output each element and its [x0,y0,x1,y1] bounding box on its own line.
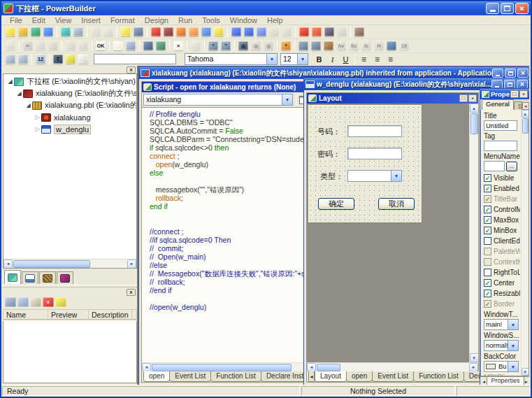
close-pane-button[interactable]: × [519,90,528,98]
chevron-down-icon[interactable]: ▼ [508,341,518,350]
tab-scroll[interactable]: Scro [514,101,522,110]
restore-button[interactable] [501,3,514,14]
comment-selection-button[interactable]: “ [207,40,220,52]
border-style-button[interactable] [64,53,77,65]
tree-item-application-object[interactable]: ▷xialakuang [3,111,136,123]
checkbox-minbox[interactable]: ✓MinBox [484,225,520,236]
find-text-button[interactable]: ◎ [237,40,250,52]
database-painter-button[interactable] [162,26,175,38]
align-center-button[interactable]: ≡ [371,54,384,65]
bring-to-front-button[interactable] [4,53,17,65]
menu-design[interactable]: Design [140,16,173,24]
card-view-button[interactable] [385,40,398,52]
checkbox-enabled[interactable]: ✓Enabled [484,183,520,194]
checkbox-controlm[interactable]: ✓ControlM [484,204,520,215]
text-properties-button[interactable]: T [52,53,64,65]
bold-button[interactable]: B [312,54,326,65]
checkbox-visible[interactable]: ✓Visible [484,173,520,183]
tab-scroll-left-icon[interactable]: ◄ [522,102,529,110]
chevron-down-icon[interactable]: ▼ [297,54,308,64]
find-object-button[interactable] [154,40,167,52]
chevron-down-icon[interactable]: ▼ [266,54,277,64]
rename-clip-icon[interactable] [30,297,41,307]
text-value-input[interactable] [94,54,176,64]
report-painter-button[interactable] [243,26,255,38]
datawindow-painter-button[interactable] [230,26,243,38]
debug-button[interactable] [298,26,310,38]
scroll-up-icon[interactable]: ▲ [522,110,529,118]
layout-canvas[interactable]: 号码：密码：类型：▼确定取消 ▲ ▼ [307,104,478,362]
properties-sheet-button[interactable] [124,40,137,52]
tab-general[interactable]: General [482,99,514,110]
new-document-button[interactable] [112,40,124,52]
font-name-combo[interactable]: Tahoma ▼ [185,53,278,65]
tree-item-target[interactable]: ◢xialakuang (E:\xiaolin的文件\shiyan) [3,87,136,99]
checkbox-center[interactable]: ✓Center [484,278,520,288]
tag-input[interactable] [484,141,517,151]
delete-clip-icon[interactable]: × [43,297,54,307]
property-dropdown[interactable]: main!▼ [484,319,519,330]
close-button[interactable]: × [515,3,529,14]
scroll-thumb[interactable] [13,260,90,268]
tree-item-pbl[interactable]: ◢xialakuang.pbl (E:\xiaolin的文件 [3,99,136,111]
tab-order-button[interactable]: 12 [34,53,47,65]
clip-column-name[interactable]: Name [3,310,48,319]
menu-edit[interactable]: Edit [27,16,50,24]
collapse-icon[interactable]: ◢ [6,78,14,85]
design-form[interactable]: 号码：密码：类型：▼确定取消 [308,104,422,223]
tab-workspace-view[interactable] [4,270,21,284]
exit-button[interactable] [353,26,366,38]
tab-scroll-left-icon[interactable]: ◄ [481,377,487,385]
close-clip-panel-button[interactable]: x [127,289,136,296]
maximize-button[interactable] [505,69,516,78]
connect-database-button[interactable] [322,40,335,52]
form-dropdown[interactable]: ▼ [347,170,402,182]
chevron-down-icon[interactable]: ▼ [391,171,401,181]
send-to-back-button[interactable] [17,53,29,65]
data-view-button[interactable] [255,26,268,38]
layout-tab-layout[interactable]: Layout [315,371,347,382]
user-object-painter-button[interactable] [175,26,187,38]
scroll-left-icon[interactable]: ◄ [307,363,316,372]
underline-button[interactable]: U [339,54,352,65]
query-painter-button[interactable] [213,26,225,38]
scroll-right-icon[interactable]: ► [127,260,136,269]
ok-button[interactable]: 确定 [318,198,354,210]
layout-tab-function-list[interactable]: Function List [413,371,464,382]
new-object-button[interactable] [4,26,17,38]
scroll-thumb[interactable] [152,364,292,371]
minimize-button[interactable] [486,3,499,14]
object-combo[interactable]: xialakuang ▼ [143,94,293,106]
color-picker-button[interactable] [77,53,89,65]
scroll-thumb[interactable] [317,364,340,371]
close-icon[interactable]: × [517,69,529,78]
close-pane-button[interactable]: × [468,94,477,102]
checkbox-maxbox[interactable]: ✓MaxBox [484,215,520,225]
browse-button[interactable]: ... [506,162,517,171]
paste-clip-icon[interactable] [5,297,16,307]
scroll-left-icon[interactable]: ◄ [142,363,151,372]
property-dropdown[interactable]: Bu▼ [484,361,519,372]
tree-horizontal-scrollbar[interactable]: ◄ ► [3,259,136,268]
chevron-down-icon[interactable]: ▼ [282,94,292,105]
scroll-down-icon[interactable]: ▼ [522,368,529,376]
menu-run[interactable]: Run [173,16,197,24]
script-tab-function-list[interactable]: Function List [210,371,261,382]
library-painter-button[interactable] [72,26,85,38]
compile-button[interactable]: * [280,40,292,52]
cancel-button[interactable]: 取消 [378,198,415,210]
delete-button[interactable]: × [172,40,185,52]
scroll-thumb[interactable] [470,113,478,134]
chevron-down-icon[interactable]: ▼ [508,362,518,371]
clip-column-preview[interactable]: Preview [48,310,89,319]
tab-output-view[interactable] [22,271,38,284]
minimize-button[interactable] [492,69,503,78]
menu-file[interactable]: File [5,16,27,24]
checkbox-resizable[interactable]: ✓Resizable [484,288,520,299]
copy-clip-icon[interactable] [17,297,29,307]
chevron-down-icon[interactable]: ▼ [508,320,518,329]
function-painter-button[interactable] [187,26,200,38]
inherit-button[interactable] [17,26,29,38]
menu-window[interactable]: Window [225,16,262,24]
clip-column-description[interactable]: Description [89,310,132,319]
